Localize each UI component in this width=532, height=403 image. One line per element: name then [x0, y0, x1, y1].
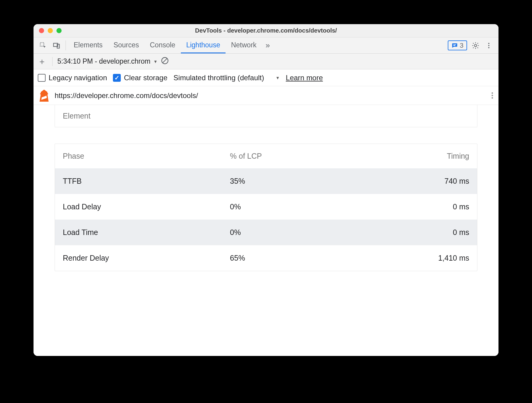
tab-console[interactable]: Console: [144, 37, 181, 53]
table-row: Render Delay 65% 1,410 ms: [55, 245, 477, 271]
report-url-row: https://developer.chrome.com/docs/devtoo…: [34, 86, 498, 105]
cell-timing: 0 ms: [351, 220, 477, 245]
table-row: TTFB 35% 740 ms: [55, 168, 477, 194]
devtools-window: DevTools - developer.chrome.com/docs/dev…: [34, 24, 498, 356]
tab-lighthouse[interactable]: Lighthouse: [181, 37, 226, 53]
element-card-label: Element: [63, 112, 91, 120]
svg-point-6: [488, 47, 489, 48]
main-menu-button[interactable]: [482, 37, 495, 53]
cell-phase: Load Time: [55, 220, 222, 245]
cell-timing: 0 ms: [351, 194, 477, 220]
clear-all-button[interactable]: [161, 56, 169, 67]
col-header-timing: Timing: [351, 144, 477, 168]
legacy-navigation-checkbox[interactable]: Legacy navigation: [38, 74, 107, 82]
device-toolbar-icon[interactable]: [50, 37, 63, 53]
legacy-navigation-label: Legacy navigation: [49, 74, 107, 82]
cell-phase: Render Delay: [55, 245, 222, 271]
cell-phase: TTFB: [55, 168, 222, 194]
tab-elements[interactable]: Elements: [68, 37, 108, 53]
svg-point-3: [474, 44, 477, 47]
settings-button[interactable]: [469, 37, 482, 53]
devtools-tabbar: Elements Sources Console Lighthouse Netw…: [34, 37, 498, 54]
cell-pct: 0%: [222, 220, 351, 245]
console-messages-count: 3: [460, 42, 463, 49]
checkbox-checked-icon: [113, 74, 121, 82]
svg-point-4: [488, 43, 489, 44]
chevron-down-icon: ▼: [276, 75, 280, 80]
lcp-phase-table-card: Phase % of LCP Timing TTFB 35% 740 ms Lo…: [55, 144, 477, 271]
tab-sources[interactable]: Sources: [108, 37, 144, 53]
report-content: Element Phase % of LCP Timing TTFB 35% 7…: [34, 105, 498, 356]
minimize-window-button[interactable]: [48, 28, 53, 33]
divider: [66, 40, 66, 50]
cell-pct: 35%: [222, 168, 351, 194]
lighthouse-toolbar: ＋ 5:34:10 PM - developer.chrom ▼: [34, 54, 498, 69]
more-tabs-button[interactable]: »: [262, 37, 274, 53]
report-selector-label: 5:34:10 PM - developer.chrom: [57, 57, 150, 65]
col-header-pct: % of LCP: [222, 144, 351, 168]
zoom-window-button[interactable]: [56, 28, 62, 33]
throttling-selector[interactable]: Simulated throttling (default) ▼: [174, 74, 280, 82]
new-report-button[interactable]: ＋: [37, 56, 47, 67]
lcp-phase-table: Phase % of LCP Timing TTFB 35% 740 ms Lo…: [55, 144, 477, 271]
cell-timing: 1,410 ms: [351, 245, 477, 271]
inspect-element-icon[interactable]: [37, 37, 50, 53]
titlebar: DevTools - developer.chrome.com/docs/dev…: [34, 24, 498, 37]
traffic-lights: [39, 28, 62, 33]
window-title: DevTools - developer.chrome.com/docs/dev…: [34, 27, 498, 34]
learn-more-link[interactable]: Learn more: [286, 74, 323, 82]
clear-storage-label: Clear storage: [124, 74, 167, 82]
cell-phase: Load Delay: [55, 194, 222, 220]
lighthouse-icon: [39, 90, 49, 102]
clear-storage-checkbox[interactable]: Clear storage: [113, 74, 167, 82]
col-header-phase: Phase: [55, 144, 222, 168]
lighthouse-options: Legacy navigation Clear storage Simulate…: [34, 69, 498, 86]
console-messages-badge[interactable]: 3: [448, 40, 467, 50]
report-menu-button[interactable]: [492, 92, 493, 99]
cell-pct: 0%: [222, 194, 351, 220]
close-window-button[interactable]: [39, 28, 44, 33]
table-row: Load Time 0% 0 ms: [55, 220, 477, 245]
throttling-label: Simulated throttling (default): [174, 74, 264, 82]
table-row: Load Delay 0% 0 ms: [55, 194, 477, 220]
lcp-element-card[interactable]: Element: [55, 105, 477, 127]
report-url: https://developer.chrome.com/docs/devtoo…: [55, 91, 198, 100]
report-selector[interactable]: 5:34:10 PM - developer.chrom ▼: [57, 57, 158, 65]
cell-pct: 65%: [222, 245, 351, 271]
chevron-down-icon: ▼: [153, 59, 158, 64]
divider: [52, 57, 53, 66]
checkbox-icon: [38, 74, 46, 82]
svg-point-5: [488, 45, 489, 46]
panel-tabs: Elements Sources Console Lighthouse Netw…: [68, 37, 262, 53]
cell-timing: 740 ms: [351, 168, 477, 194]
tab-network[interactable]: Network: [226, 37, 262, 53]
